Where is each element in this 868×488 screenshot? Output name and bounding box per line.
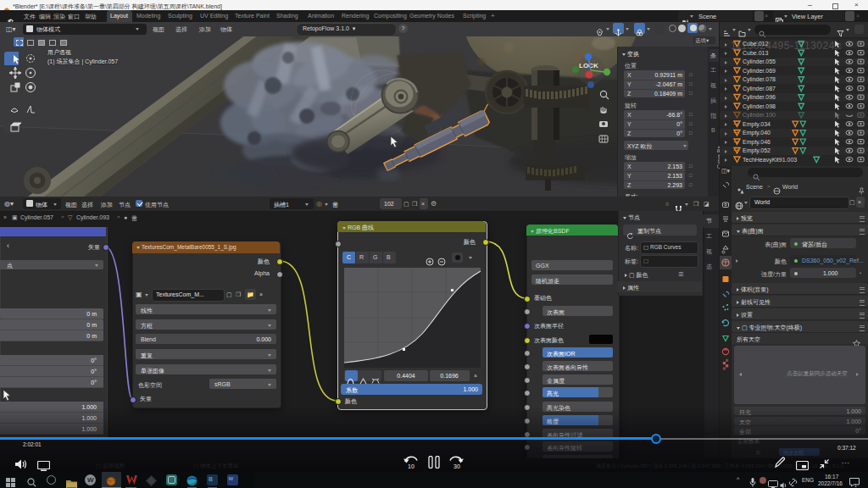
svg-text:10: 10	[408, 463, 415, 469]
svg-text:30: 30	[453, 463, 460, 469]
svg-text:1: 1	[854, 483, 857, 488]
svg-text:LOCK: LOCK	[579, 62, 598, 69]
